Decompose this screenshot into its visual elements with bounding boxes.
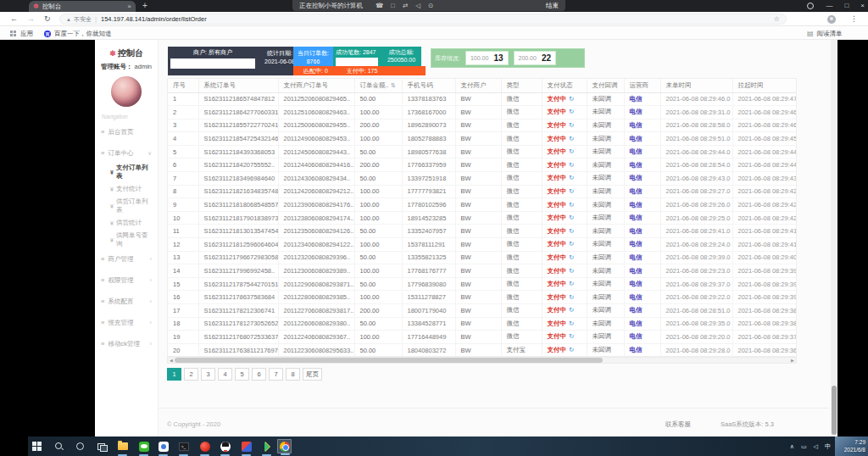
operator-link[interactable]: 电信	[630, 161, 643, 169]
sidebar-item-支付统计[interactable]: ¥支付统计	[95, 181, 158, 197]
operator-link[interactable]: 电信	[630, 147, 643, 155]
taskbar-clock[interactable]: 7:29 2021/6/8	[844, 439, 865, 453]
operator-link[interactable]: 电信	[630, 174, 643, 181]
browser-menu-icon[interactable]: ⋮	[850, 14, 858, 23]
operator-link[interactable]: 电信	[630, 201, 643, 209]
taskbar-app-store-icon[interactable]	[259, 439, 274, 453]
sidebar-item-供货订单列表[interactable]: ¥供货订单列表	[95, 197, 158, 214]
taskbar-qq-icon[interactable]	[218, 439, 232, 453]
merchant-input[interactable]	[170, 58, 255, 69]
operator-link[interactable]: 电信	[630, 95, 643, 103]
scroll-left-arrow-icon[interactable]: ◀	[168, 358, 175, 363]
taskbar-browser-red-icon[interactable]	[198, 439, 212, 453]
refresh-status-icon[interactable]: ↻	[569, 280, 574, 287]
page-button-6[interactable]: 6	[252, 368, 266, 381]
refresh-status-icon[interactable]: ↻	[569, 214, 574, 221]
phone-icon[interactable]: ☎	[376, 3, 383, 8]
back-icon[interactable]: ←	[10, 14, 18, 23]
refresh-status-icon[interactable]: ↻	[569, 332, 574, 340]
refresh-status-icon[interactable]: ↻	[569, 267, 574, 275]
bookmark-star-icon[interactable]: ☆	[774, 15, 780, 23]
forward-icon[interactable]: →	[27, 14, 35, 23]
refresh-status-icon[interactable]: ↻	[569, 346, 574, 353]
browser-profile-avatar[interactable]	[827, 15, 836, 24]
taskbar-video-app-icon[interactable]	[239, 439, 253, 453]
address-bar[interactable]: ▲ 不安全 | 154.197.48.141/admin/order/listO…	[59, 14, 787, 25]
operator-link[interactable]: 电信	[630, 108, 643, 115]
maximize-button[interactable]: □	[844, 3, 849, 9]
refresh-status-icon[interactable]: ↻	[569, 253, 574, 261]
new-tab-button[interactable]: +	[142, 2, 147, 10]
tray-display-icon[interactable]: ▭	[801, 443, 807, 450]
pin-icon[interactable]: ⊙	[428, 3, 433, 8]
taskbar-start-icon[interactable]	[30, 439, 44, 453]
operator-link[interactable]: 电信	[630, 214, 643, 221]
operator-link[interactable]: 电信	[630, 293, 643, 301]
vertical-scroll-thumb[interactable]	[832, 386, 837, 435]
sidebar-item-后台首页[interactable]: ≡后台首页	[95, 121, 158, 142]
page-button-2[interactable]: 2	[184, 368, 198, 381]
refresh-status-icon[interactable]: ↻	[569, 174, 574, 181]
refresh-status-icon[interactable]: ↻	[569, 293, 574, 301]
operator-link[interactable]: 电信	[630, 267, 643, 275]
operator-link[interactable]: 电信	[630, 346, 643, 353]
reload-icon[interactable]: ↻	[44, 14, 51, 23]
refresh-status-icon[interactable]: ↻	[569, 135, 574, 142]
tray-volume-icon[interactable]: ◁	[814, 443, 818, 450]
monitor-icon[interactable]: □	[391, 3, 395, 8]
page-button-4[interactable]: 4	[218, 368, 232, 381]
operator-link[interactable]: 电信	[630, 332, 643, 340]
sidebar-item-权限管理[interactable]: ≡权限管理›	[95, 270, 158, 291]
refresh-status-icon[interactable]: ↻	[569, 306, 574, 314]
operator-link[interactable]: 电信	[630, 306, 643, 314]
tab-close-icon[interactable]: ×	[127, 3, 131, 10]
vertical-scrollbar[interactable]	[831, 40, 837, 437]
scroll-right-arrow-icon[interactable]: ▶	[789, 358, 796, 363]
sidebar-item-供网单号查询[interactable]: ¥供网单号查询	[95, 231, 158, 248]
browser-tab[interactable]: ✽ 控制台 ×	[29, 1, 136, 12]
end-session-button[interactable]: 结束	[546, 2, 559, 10]
operator-link[interactable]: 电信	[630, 253, 643, 261]
sort-icon[interactable]: ⇅	[391, 82, 396, 88]
refresh-status-icon[interactable]: ↻	[569, 227, 574, 235]
sidebar-item-移动ck管理[interactable]: ≡移动ck管理›	[95, 333, 158, 354]
apps-shortcut[interactable]: 应用	[10, 30, 33, 38]
page-button-7[interactable]: 7	[269, 368, 283, 381]
taskbar-file-explorer-icon[interactable]	[115, 439, 130, 453]
taskbar-task-view-icon[interactable]	[94, 439, 108, 453]
horizontal-scroll-thumb[interactable]	[175, 358, 603, 363]
operator-link[interactable]: 电信	[630, 187, 643, 195]
reading-list-button[interactable]: ▤ 阅读清单	[807, 30, 843, 38]
sidebar-item-订单中心[interactable]: ≡订单中心∨	[95, 142, 158, 164]
tray-chevron-up-icon[interactable]: ∧	[790, 443, 794, 450]
refresh-status-icon[interactable]: ↻	[569, 161, 574, 169]
operator-link[interactable]: 电信	[630, 121, 643, 129]
refresh-status-icon[interactable]: ↻	[569, 121, 574, 129]
footer-support-link[interactable]: 联系客服	[665, 420, 691, 429]
taskbar-terminal-icon[interactable]: >_	[176, 439, 191, 453]
page-button-8[interactable]: 8	[286, 368, 300, 381]
refresh-status-icon[interactable]: ↻	[569, 95, 574, 103]
sidebar-item-系统配置[interactable]: ≡系统配置›	[95, 291, 158, 312]
page-button-5[interactable]: 5	[235, 368, 249, 381]
operator-link[interactable]: 电信	[630, 135, 643, 142]
sidebar-item-商户管理[interactable]: ≡商户管理›	[95, 248, 158, 270]
sidebar-item-慢充管理[interactable]: ≡慢充管理›	[95, 312, 158, 333]
operator-link[interactable]: 电信	[630, 227, 643, 235]
operator-link[interactable]: 电信	[630, 320, 643, 327]
refresh-status-icon[interactable]: ↻	[569, 147, 574, 155]
sidebar-item-支付订单列表[interactable]: ¥支付订单列表	[95, 164, 158, 181]
page-button-1[interactable]: 1	[167, 368, 181, 381]
refresh-status-icon[interactable]: ↻	[569, 240, 574, 247]
page-button-3[interactable]: 3	[201, 368, 215, 381]
volume-icon[interactable]: ◁	[415, 3, 420, 8]
switch-icon[interactable]: ⇄	[403, 3, 408, 8]
tray-ime-indicator[interactable]: 中	[825, 442, 831, 451]
refresh-status-icon[interactable]: ↻	[569, 201, 574, 209]
taskbar-wechat-icon[interactable]	[136, 439, 151, 453]
success-input[interactable]	[336, 58, 378, 66]
operator-link[interactable]: 电信	[630, 280, 643, 287]
operator-link[interactable]: 电信	[630, 240, 643, 247]
horizontal-scrollbar[interactable]: ◀ ▶	[167, 357, 797, 364]
column-header-订单金额..[interactable]: 订单金额..⇅	[354, 79, 402, 92]
